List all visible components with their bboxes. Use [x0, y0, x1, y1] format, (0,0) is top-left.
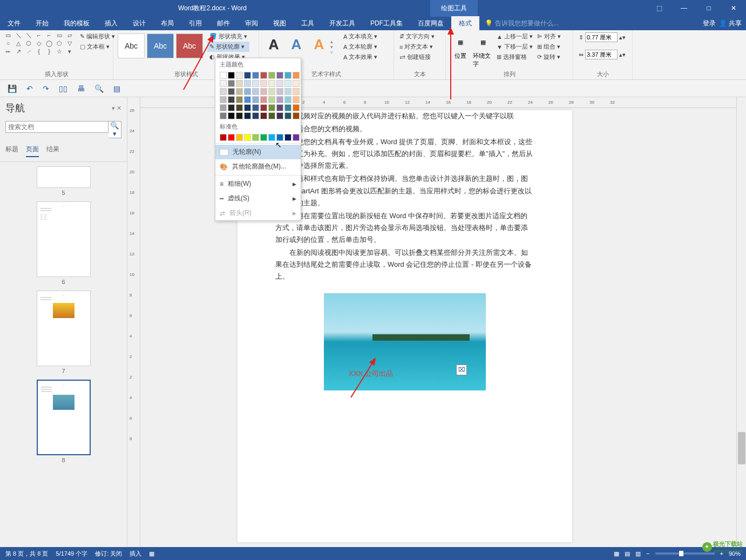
color-swatch[interactable]: [244, 96, 251, 103]
thumbnail-page-5[interactable]: [37, 166, 91, 188]
color-swatch[interactable]: [244, 104, 251, 111]
color-swatch[interactable]: [284, 134, 291, 141]
color-swatch[interactable]: [268, 72, 275, 79]
thumbnail-page-7[interactable]: —━━━━━━━━━━━━━━━━━━━━: [37, 291, 91, 366]
no-outline-item[interactable]: 无轮廓(N): [215, 145, 301, 159]
scrollbar-thumb[interactable]: [738, 432, 745, 464]
color-swatch[interactable]: [244, 80, 251, 87]
align-button[interactable]: ⊫对齐 ▾: [535, 31, 563, 42]
text-effects-button[interactable]: A文本效果 ▾: [341, 52, 379, 62]
qa-icon-7[interactable]: ▤: [113, 84, 120, 93]
qa-redo-icon[interactable]: ↷: [43, 84, 49, 93]
close-button[interactable]: ✕: [721, 0, 746, 16]
color-swatch[interactable]: [252, 134, 259, 141]
document-image[interactable]: XXX 公司出品 ⌧: [324, 293, 486, 390]
qa-preview-icon[interactable]: 🔍: [94, 84, 104, 93]
color-swatch[interactable]: [236, 104, 243, 111]
color-swatch[interactable]: [228, 134, 235, 141]
color-swatch[interactable]: [244, 134, 251, 141]
thumbnail-page-8[interactable]: —━━━━━━━━━━━━━━━━━━━━━━━━━━━━━━: [37, 380, 91, 455]
page-thumbnails[interactable]: 5 —━━━━━━━━━━━━━━━━━━━━━━ ━━━━ ━━━━ ━━6 …: [0, 162, 127, 547]
color-swatch[interactable]: [244, 112, 251, 119]
send-backward-button[interactable]: ▼下移一层 ▾: [494, 42, 535, 52]
color-swatch[interactable]: [236, 88, 243, 95]
color-swatch[interactable]: [236, 96, 243, 103]
color-swatch[interactable]: [293, 88, 300, 95]
tab-file[interactable]: 文件: [0, 16, 28, 30]
status-revision[interactable]: 修订: 关闭: [95, 550, 122, 558]
wordart-2[interactable]: A: [286, 33, 307, 55]
color-swatch[interactable]: [293, 80, 300, 87]
minimize-button[interactable]: —: [672, 0, 696, 16]
tab-baidu[interactable]: 百度网盘: [410, 16, 451, 30]
color-swatch[interactable]: [252, 80, 259, 87]
edit-shape-button[interactable]: ✎编辑形状 ▾: [78, 31, 117, 42]
tab-design[interactable]: 设计: [125, 16, 153, 30]
view-web-icon[interactable]: ▥: [635, 550, 641, 557]
width-field[interactable]: ⇔▴▾: [577, 49, 629, 60]
color-swatch[interactable]: [293, 112, 300, 119]
shape-outline-button[interactable]: ✎形状轮廓 ▾: [207, 42, 249, 52]
weight-item[interactable]: ≡粗细(W)▶: [215, 177, 301, 191]
color-swatch[interactable]: [293, 104, 300, 111]
tab-mailings[interactable]: 邮件: [209, 16, 238, 30]
text-box-button[interactable]: ▢文本框 ▾: [78, 42, 117, 52]
color-swatch[interactable]: [284, 72, 291, 79]
color-swatch[interactable]: [236, 112, 243, 119]
qa-save-icon[interactable]: 💾: [8, 84, 17, 93]
bring-forward-button[interactable]: ▲上移一层 ▾: [494, 31, 535, 42]
color-swatch[interactable]: [284, 88, 291, 95]
color-swatch[interactable]: [244, 88, 251, 95]
style-preview-1[interactable]: Abc: [118, 33, 145, 58]
zoom-out-icon[interactable]: −: [646, 550, 649, 557]
color-swatch[interactable]: [220, 104, 227, 111]
color-swatch[interactable]: [228, 112, 235, 119]
view-print-icon[interactable]: ▤: [625, 550, 630, 557]
shapes-gallery[interactable]: ▭＼＼⌐⌐▭▱ ○△⬡◇◯⬠▽ ⬰↗⟋{}☆▾: [3, 31, 74, 55]
height-field[interactable]: ⇕▴▾: [577, 31, 629, 43]
color-swatch[interactable]: [236, 72, 243, 79]
nav-tab-headings[interactable]: 标题: [5, 145, 18, 157]
wordart-3[interactable]: A: [308, 33, 330, 55]
status-macro-icon[interactable]: ▦: [149, 550, 154, 557]
tab-tools[interactable]: 工具: [294, 16, 322, 30]
arrows-item[interactable]: ⇄箭头(R)▶: [215, 206, 301, 220]
tab-home[interactable]: 开始: [28, 16, 56, 30]
dashes-item[interactable]: ┅虚线(S)▶: [215, 191, 301, 206]
color-swatch[interactable]: [284, 96, 291, 103]
color-swatch[interactable]: [276, 112, 283, 119]
status-page[interactable]: 第 8 页，共 8 页: [5, 550, 48, 558]
share-button[interactable]: 👤 共享: [719, 19, 742, 28]
color-swatch[interactable]: [268, 88, 275, 95]
color-swatch[interactable]: [284, 80, 291, 87]
color-swatch[interactable]: [276, 104, 283, 111]
text-direction-button[interactable]: ⇵文字方向 ▾: [397, 31, 442, 42]
more-colors-item[interactable]: 🎨其他轮廓颜色(M)...: [215, 159, 301, 174]
color-swatch[interactable]: [220, 134, 227, 141]
layout-options-icon[interactable]: ⌧: [456, 365, 467, 375]
nav-search-button[interactable]: 🔍▾: [108, 121, 121, 138]
image-textbox[interactable]: XXX 公司出品: [347, 367, 395, 380]
tab-references[interactable]: 引用: [181, 16, 209, 30]
color-swatch[interactable]: [293, 134, 300, 141]
vertical-scrollbar[interactable]: [736, 97, 746, 547]
ribbon-display-options[interactable]: ⬚: [647, 0, 672, 16]
tab-layout[interactable]: 布局: [153, 16, 181, 30]
color-swatch[interactable]: [236, 134, 243, 141]
nav-search[interactable]: 🔍▾: [5, 121, 121, 138]
color-swatch[interactable]: [220, 96, 227, 103]
color-swatch[interactable]: [220, 72, 227, 79]
selection-pane-button[interactable]: ⊞选择窗格: [494, 52, 535, 62]
status-insert[interactable]: 插入: [130, 550, 141, 558]
color-swatch[interactable]: [293, 72, 300, 79]
style-preview-3[interactable]: Abc: [176, 33, 203, 58]
color-swatch[interactable]: [228, 72, 235, 79]
rotate-button[interactable]: ⟳旋转 ▾: [535, 52, 563, 62]
color-swatch[interactable]: [252, 72, 259, 79]
color-swatch[interactable]: [228, 80, 235, 87]
text-fill-button[interactable]: A文本填充 ▾: [341, 31, 379, 42]
color-swatch[interactable]: [228, 104, 235, 111]
color-swatch[interactable]: [268, 112, 275, 119]
color-swatch[interactable]: [228, 96, 235, 103]
tab-developer[interactable]: 开发工具: [322, 16, 363, 30]
